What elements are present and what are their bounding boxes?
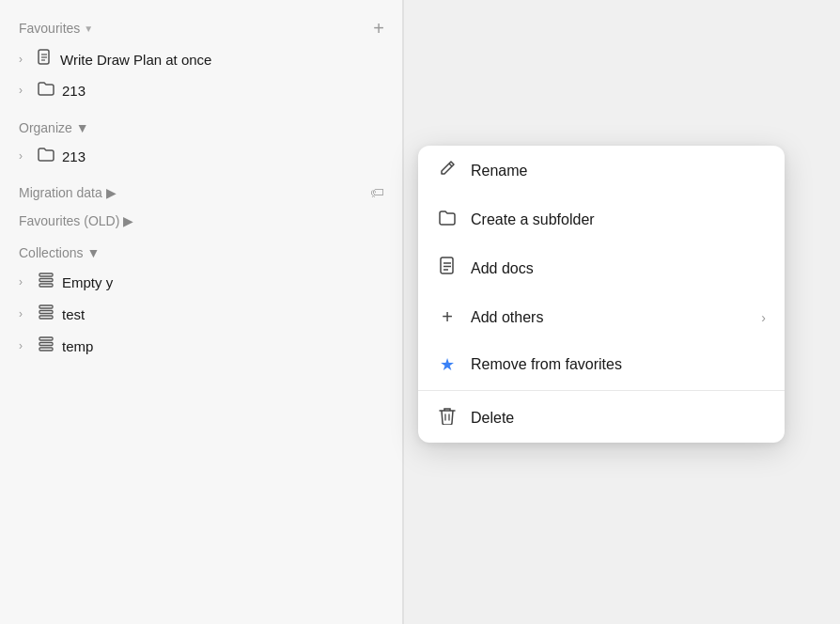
svg-rect-10 <box>39 337 53 340</box>
favourites-section-header: Favourites ▼ + <box>0 13 403 43</box>
rename-menu-item[interactable]: Rename <box>418 146 785 195</box>
item-label: test <box>62 306 85 322</box>
item-label: Empty y <box>62 274 113 290</box>
folder-icon <box>38 147 54 165</box>
create-subfolder-label: Create a subfolder <box>471 211 766 228</box>
collection-icon <box>38 272 54 292</box>
collection-icon <box>38 304 54 324</box>
svg-rect-6 <box>39 284 53 287</box>
favourites-old-title[interactable]: Favourites (OLD) ▶ <box>19 213 133 228</box>
organize-section-title[interactable]: Organize ▼ <box>19 120 89 135</box>
create-subfolder-menu-item[interactable]: Create a subfolder <box>418 195 785 243</box>
add-docs-menu-item[interactable]: Add docs <box>418 243 785 293</box>
svg-rect-9 <box>39 316 53 319</box>
migration-data-label: Migration data <box>19 185 102 200</box>
list-item[interactable]: › 213 <box>0 141 403 171</box>
add-others-menu-item[interactable]: + Add others › <box>418 293 785 341</box>
list-item[interactable]: › Write Draw Plan at once <box>0 43 403 75</box>
favourites-old-section-header: Favourites (OLD) ▶ <box>0 208 403 234</box>
remove-favorites-label: Remove from favorites <box>471 356 766 373</box>
delete-label: Delete <box>471 410 766 427</box>
svg-rect-13 <box>441 257 453 273</box>
svg-rect-11 <box>39 343 53 346</box>
svg-rect-4 <box>39 273 53 276</box>
expand-arrow-icon: › <box>19 84 30 97</box>
menu-divider <box>418 390 785 391</box>
item-label: Write Draw Plan at once <box>60 52 211 68</box>
collections-chevron: ▼ <box>86 245 100 260</box>
expand-arrow-icon: › <box>19 275 30 289</box>
migration-data-section-header: Migration data ▶ 🏷 <box>0 179 403 206</box>
favourites-old-label: Favourites (OLD) <box>19 213 119 228</box>
expand-arrow-icon: › <box>19 307 30 320</box>
svg-rect-12 <box>39 348 53 351</box>
migration-data-chevron: ▶ <box>106 185 117 200</box>
item-label: temp <box>62 338 93 354</box>
item-label: 213 <box>62 148 86 164</box>
sidebar: Favourites ▼ + › Write Draw Plan at once… <box>0 0 404 624</box>
favourites-label: Favourites <box>19 21 80 36</box>
delete-menu-item[interactable]: Delete <box>418 393 785 443</box>
add-others-label: Add others <box>471 309 748 326</box>
add-others-chevron-icon: › <box>761 310 766 325</box>
folder-icon <box>38 81 54 100</box>
organize-label: Organize <box>19 120 72 135</box>
collection-icon <box>38 335 54 356</box>
organize-section-header: Organize ▼ <box>0 115 403 141</box>
svg-rect-7 <box>39 305 53 308</box>
doc-icon <box>437 257 458 280</box>
collections-section-title[interactable]: Collections ▼ <box>19 245 100 260</box>
tag-icon: 🏷 <box>370 184 384 200</box>
favourites-add-button[interactable]: + <box>373 19 384 38</box>
list-item[interactable]: › test <box>0 298 403 330</box>
rename-label: Rename <box>471 163 766 179</box>
svg-rect-5 <box>39 279 53 282</box>
expand-arrow-icon: › <box>19 149 30 163</box>
list-item[interactable]: › Empty y <box>0 266 403 298</box>
expand-arrow-icon: › <box>19 339 30 352</box>
item-label: 213 <box>62 83 86 99</box>
folder-icon <box>437 209 458 230</box>
list-item[interactable]: › 213 <box>0 75 403 105</box>
context-menu: Rename Create a subfolder Add docs + Add… <box>418 146 785 443</box>
doc-icon <box>38 49 53 70</box>
collections-section-header: Collections ▼ <box>0 240 403 266</box>
favourites-old-chevron: ▶ <box>123 213 133 228</box>
migration-data-title[interactable]: Migration data ▶ <box>19 185 117 200</box>
favourites-chevron: ▼ <box>84 23 93 34</box>
trash-icon <box>437 406 458 429</box>
add-docs-label: Add docs <box>471 260 766 277</box>
star-icon: ★ <box>437 354 458 375</box>
remove-favorites-menu-item[interactable]: ★ Remove from favorites <box>418 341 785 388</box>
favourites-section-title[interactable]: Favourites ▼ <box>19 21 93 36</box>
rename-icon <box>437 159 458 182</box>
organize-chevron: ▼ <box>76 120 89 135</box>
list-item[interactable]: › temp <box>0 330 403 362</box>
plus-icon: + <box>437 306 458 328</box>
expand-arrow-icon: › <box>19 53 30 66</box>
collections-label: Collections <box>19 245 83 260</box>
svg-rect-8 <box>39 311 53 314</box>
sidebar-divider <box>402 0 403 624</box>
